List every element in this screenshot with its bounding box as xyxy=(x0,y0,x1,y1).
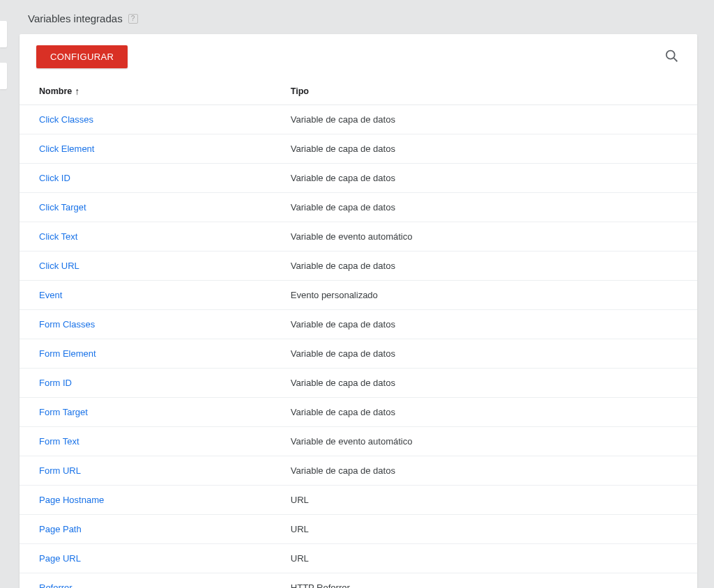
table-row[interactable]: Click TargetVariable de capa de datos xyxy=(20,193,697,222)
variable-name-link[interactable]: Form Classes xyxy=(39,319,95,330)
builtin-variables-card: CONFIGURAR Nombre ↑ xyxy=(20,34,697,588)
variable-type-cell: Variable de capa de datos xyxy=(291,252,697,281)
table-row[interactable]: Form URLVariable de capa de datos xyxy=(20,456,697,486)
column-header-type-label: Tipo xyxy=(291,86,309,96)
variable-type-cell: Variable de capa de datos xyxy=(291,193,697,222)
variable-type-cell: URL xyxy=(291,515,697,544)
table-row[interactable]: EventEvento personalizado xyxy=(20,281,697,310)
variable-type-cell: Variable de capa de datos xyxy=(291,369,697,398)
variable-type-cell: HTTP Referrer xyxy=(291,573,697,589)
table-row[interactable]: Form TargetVariable de capa de datos xyxy=(20,398,697,427)
table-row[interactable]: Click TextVariable de evento automático xyxy=(20,222,697,252)
table-row[interactable]: Form IDVariable de capa de datos xyxy=(20,369,697,398)
variable-name-link[interactable]: Form Target xyxy=(39,407,88,417)
variable-type-cell: Variable de evento automático xyxy=(291,427,697,456)
variable-name-link[interactable]: Click Element xyxy=(39,144,94,154)
variable-type-cell: Evento personalizado xyxy=(291,281,697,310)
variable-name-link[interactable]: Page Path xyxy=(39,524,82,534)
table-row[interactable]: ReferrerHTTP Referrer xyxy=(20,573,697,589)
table-row[interactable]: Form TextVariable de evento automático xyxy=(20,427,697,456)
svg-line-1 xyxy=(674,58,677,61)
card-header: CONFIGURAR xyxy=(20,34,697,79)
table-row[interactable]: Click ElementVariable de capa de datos xyxy=(20,134,697,164)
variable-type-cell: Variable de capa de datos xyxy=(291,105,697,134)
variable-name-link[interactable]: Event xyxy=(39,290,62,300)
table-row[interactable]: Click URLVariable de capa de datos xyxy=(20,252,697,281)
table-row[interactable]: Form ClassesVariable de capa de datos xyxy=(20,310,697,339)
variable-name-link[interactable]: Click Classes xyxy=(39,114,93,125)
variable-type-cell: Variable de capa de datos xyxy=(291,456,697,486)
variable-name-link[interactable]: Form ID xyxy=(39,378,72,388)
table-row[interactable]: Page PathURL xyxy=(20,515,697,544)
variable-type-cell: Variable de capa de datos xyxy=(291,134,697,164)
variable-name-link[interactable]: Form URL xyxy=(39,465,81,476)
variable-name-link[interactable]: Form Text xyxy=(39,436,79,447)
variable-name-link[interactable]: Click ID xyxy=(39,173,70,183)
column-header-name-label: Nombre xyxy=(39,86,72,96)
variable-type-cell: Variable de capa de datos xyxy=(291,164,697,193)
variable-type-cell: Variable de capa de datos xyxy=(291,398,697,427)
variable-name-link[interactable]: Form Element xyxy=(39,348,96,359)
sort-ascending-icon: ↑ xyxy=(75,86,79,96)
variable-name-link[interactable]: Referrer xyxy=(39,582,73,588)
variable-type-cell: Variable de evento automático xyxy=(291,222,697,252)
edge-tab[interactable] xyxy=(0,21,7,47)
search-icon[interactable] xyxy=(661,45,682,68)
column-header-name[interactable]: Nombre ↑ xyxy=(20,79,291,105)
section-title-label: Variables integradas xyxy=(28,13,123,24)
variable-type-cell: URL xyxy=(291,544,697,573)
variable-type-cell: Variable de capa de datos xyxy=(291,310,697,339)
section-title-builtin: Variables integradas ? xyxy=(0,0,714,34)
variable-type-cell: Variable de capa de datos xyxy=(291,339,697,369)
configure-button[interactable]: CONFIGURAR xyxy=(36,45,128,68)
variables-table: Nombre ↑ Tipo Click ClassesVariable de c… xyxy=(20,79,697,588)
edge-tab[interactable] xyxy=(0,63,7,89)
table-row[interactable]: Page URLURL xyxy=(20,544,697,573)
variable-name-link[interactable]: Click URL xyxy=(39,261,79,271)
help-icon[interactable]: ? xyxy=(128,14,138,24)
left-edge-tabs xyxy=(0,21,7,105)
svg-point-0 xyxy=(667,51,675,59)
variable-name-link[interactable]: Page URL xyxy=(39,553,81,564)
table-row[interactable]: Click ClassesVariable de capa de datos xyxy=(20,105,697,134)
column-header-type[interactable]: Tipo xyxy=(291,79,697,105)
table-row[interactable]: Form ElementVariable de capa de datos xyxy=(20,339,697,369)
variable-type-cell: URL xyxy=(291,486,697,515)
variable-name-link[interactable]: Page Hostname xyxy=(39,495,104,505)
table-row[interactable]: Click IDVariable de capa de datos xyxy=(20,164,697,193)
variable-name-link[interactable]: Click Target xyxy=(39,202,86,212)
table-row[interactable]: Page HostnameURL xyxy=(20,486,697,515)
variable-name-link[interactable]: Click Text xyxy=(39,231,77,242)
